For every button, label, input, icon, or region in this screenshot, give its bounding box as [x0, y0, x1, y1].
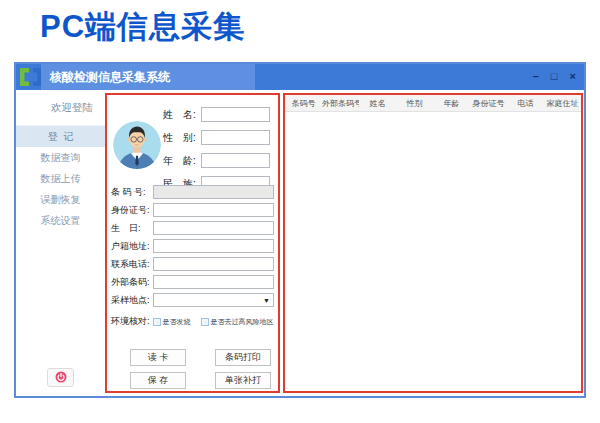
window-controls: – □ × [524, 64, 576, 90]
form-row-id-number: 身份证号: [111, 201, 274, 219]
env-check-label: 环境核对: [111, 315, 150, 328]
barcode-input[interactable] [153, 185, 274, 199]
household-address-label: 户籍地址: [111, 240, 153, 253]
barcode-label: 条 码 号: [111, 186, 153, 199]
form-row-barcode: 条 码 号: [111, 183, 274, 201]
logout-power-button[interactable] [47, 368, 74, 387]
sidebar-item-delete-recovery[interactable]: 误删恢复 [16, 189, 105, 210]
app-logo-icon [20, 68, 42, 86]
sampling-site-select[interactable]: ▼ [153, 293, 274, 307]
form-row-contact-phone: 联系电话: [111, 255, 274, 273]
external-barcode-label: 外部条码: [111, 276, 153, 289]
app-body: 欢迎登陆 登 记数据查询数据上传误删恢复系统设置 [16, 90, 584, 396]
table-header: 条码号外部条码号姓名性别年龄身份证号电话家庭住址 [285, 95, 581, 112]
sidebar-item-system-settings[interactable]: 系统设置 [16, 210, 105, 231]
form-row-household-address: 户籍地址: [111, 237, 274, 255]
form-row-sampling-site: 采样地点:▼ [111, 291, 274, 309]
high-risk-area-checkbox[interactable]: 是否去过高风险地区 [201, 317, 274, 327]
form-row-external-barcode: 外部条码: [111, 273, 274, 291]
records-table-body[interactable] [285, 112, 581, 374]
app-window: 核酸检测信息采集系统 – □ × [14, 62, 586, 398]
id-number-input[interactable] [153, 203, 274, 217]
gender-label: 性 别: [163, 131, 201, 145]
barcode-print-button[interactable]: 条码打印 [215, 349, 271, 366]
user-row: 欢迎登陆 [16, 90, 105, 126]
welcome-text: 欢迎登陆 [51, 101, 93, 115]
age-label: 年 龄: [163, 154, 201, 168]
column-header-0[interactable]: 条码号 [285, 98, 322, 109]
form-row-age: 年 龄: [163, 149, 270, 172]
form-buttons: 读 卡条码打印保 存单张补打 [130, 349, 271, 389]
window-title: 核酸检测信息采集系统 [41, 64, 255, 90]
column-header-1[interactable]: 外部条码号 [322, 98, 359, 109]
fever-checkbox[interactable]: 是否发烧 [153, 317, 191, 327]
household-address-input[interactable] [153, 239, 274, 253]
contact-phone-input[interactable] [153, 257, 274, 271]
env-check-row: 环境核对: 是否发烧是否去过高风险地区 [111, 312, 277, 330]
window-titlebar: 核酸检测信息采集系统 – □ × [16, 64, 584, 90]
minimize-button[interactable]: – [533, 70, 539, 82]
single-reprint-button[interactable]: 单张补打 [215, 372, 271, 389]
sidebar: 欢迎登陆 登 记数据查询数据上传误删恢复系统设置 [16, 90, 105, 396]
top-fields: 姓 名:性 别:年 龄:民 族: [163, 103, 270, 195]
maximize-button[interactable]: □ [551, 70, 558, 82]
name-input[interactable] [201, 107, 270, 122]
records-table-panel: 条码号外部条码号姓名性别年龄身份证号电话家庭住址 [283, 93, 583, 393]
form-row-birthday: 生 日: [111, 219, 274, 237]
column-header-2[interactable]: 姓名 [359, 98, 396, 109]
sidebar-item-data-query[interactable]: 数据查询 [16, 147, 105, 168]
sidebar-item-data-upload[interactable]: 数据上传 [16, 168, 105, 189]
chevron-down-icon: ▼ [263, 296, 270, 306]
column-header-5[interactable]: 身份证号 [470, 98, 507, 109]
form-row-name: 姓 名: [163, 103, 270, 126]
high-risk-area-checkbox-label: 是否去过高风险地区 [211, 317, 274, 327]
checkbox-icon[interactable] [153, 318, 161, 326]
user-avatar [29, 100, 44, 115]
read-card-button[interactable]: 读 卡 [130, 349, 186, 366]
fever-checkbox-label: 是否发烧 [163, 317, 191, 327]
birthday-label: 生 日: [111, 222, 153, 235]
close-button[interactable]: × [570, 70, 576, 82]
column-header-7[interactable]: 家庭住址 [544, 98, 581, 109]
sampling-site-label: 采样地点: [111, 294, 153, 307]
id-number-label: 身份证号: [111, 204, 153, 217]
contact-phone-label: 联系电话: [111, 258, 153, 271]
power-icon [55, 371, 67, 383]
form-row-gender: 性 别: [163, 126, 270, 149]
column-header-6[interactable]: 电话 [507, 98, 544, 109]
save-button[interactable]: 保 存 [130, 372, 186, 389]
external-barcode-input[interactable] [153, 275, 274, 289]
gender-input[interactable] [201, 130, 270, 145]
person-avatar-illustration [113, 121, 161, 169]
birthday-input[interactable] [153, 221, 274, 235]
registration-form-panel: 姓 名:性 别:年 龄:民 族: 条 码 号:身份证号:生 日:户籍地址:联系电… [105, 93, 280, 393]
name-label: 姓 名: [163, 108, 201, 122]
column-header-3[interactable]: 性别 [396, 98, 433, 109]
env-options: 是否发烧是否去过高风险地区 [153, 312, 284, 330]
column-header-4[interactable]: 年龄 [433, 98, 470, 109]
form-fields: 条 码 号:身份证号:生 日:户籍地址:联系电话:外部条码:采样地点:▼ [111, 183, 274, 309]
age-input[interactable] [201, 153, 270, 168]
page-title: PC端信息采集 [40, 6, 245, 48]
power-wrap [16, 368, 105, 388]
sidebar-item-register[interactable]: 登 记 [16, 126, 105, 147]
sidebar-menu: 登 记数据查询数据上传误删恢复系统设置 [16, 126, 105, 231]
page: PC端信息采集 核酸检测信息采集系统 – □ × [0, 0, 600, 423]
checkbox-icon[interactable] [201, 318, 209, 326]
